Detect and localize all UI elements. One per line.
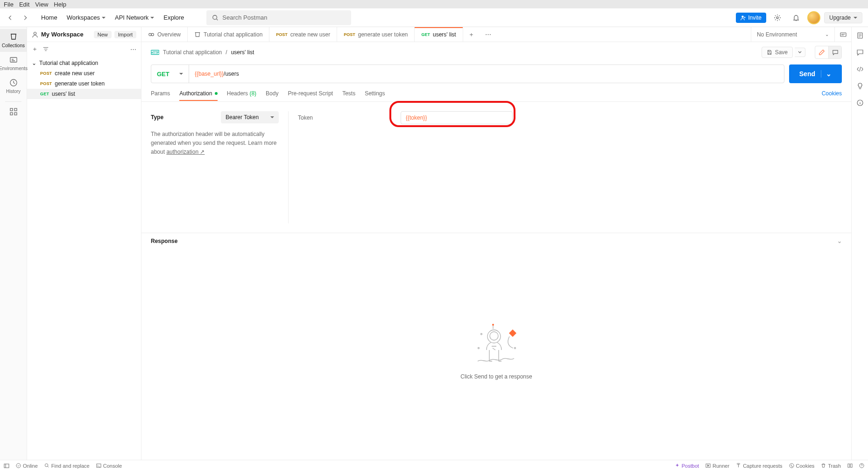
send-button[interactable]: Send ⌄ [789, 64, 842, 83]
svg-point-17 [492, 324, 494, 326]
invite-button[interactable]: Invite [736, 13, 766, 23]
tab-prerequest[interactable]: Pre-request Script [288, 90, 333, 97]
environment-selector[interactable]: No Environment ⌄ [751, 27, 834, 42]
collection-folder[interactable]: ⌄ Tutorial chat application [27, 58, 141, 68]
svg-text:HTTP: HTTP [151, 51, 159, 54]
collection-more-button[interactable]: ⋯ [130, 46, 136, 53]
status-bar: Online Find and replace Console Postbot … [0, 460, 868, 471]
rail-history[interactable]: History [0, 75, 27, 98]
new-button[interactable]: New [94, 31, 112, 38]
notifications-button[interactable] [789, 10, 804, 25]
save-dropdown[interactable] [795, 48, 805, 57]
upgrade-button[interactable]: Upgrade [824, 12, 862, 23]
console-icon [96, 463, 101, 468]
auth-type-label: Type [151, 114, 221, 121]
url-input[interactable]: {{base_url}}/users [189, 65, 784, 83]
comments-icon[interactable] [856, 49, 864, 56]
response-collapse-icon[interactable]: ⌄ [837, 238, 842, 244]
trash-icon [821, 463, 826, 468]
user-avatar[interactable] [807, 11, 820, 24]
request-item-users-list[interactable]: GET users' list [27, 89, 141, 99]
tab-headers[interactable]: Headers (8) [227, 90, 256, 97]
menu-file[interactable]: File [4, 1, 14, 8]
edit-button[interactable] [815, 46, 828, 58]
token-input[interactable] [401, 111, 513, 124]
environments-icon [9, 56, 18, 64]
status-runner[interactable]: Runner [706, 463, 729, 469]
overview-icon [148, 31, 155, 38]
menu-edit[interactable]: Edit [19, 1, 29, 8]
status-find-replace[interactable]: Find and replace [44, 463, 90, 469]
status-postbot[interactable]: Postbot [675, 463, 699, 469]
response-empty-text: Click Send to get a response [460, 373, 532, 380]
request-url-bar: GET {{base_url}}/users [151, 64, 784, 83]
sidebar-rail: Collections Environments History [0, 27, 27, 460]
docs-icon[interactable] [856, 32, 864, 39]
auth-learn-more-link[interactable]: authorization ↗ [166, 149, 205, 155]
auth-type-selector[interactable]: Bearer Token [221, 111, 279, 123]
menu-help[interactable]: Help [54, 1, 66, 8]
tab-overview[interactable]: Overview [141, 27, 188, 42]
svg-point-29 [790, 465, 791, 465]
environment-quicklook-button[interactable] [834, 27, 851, 42]
comments-button[interactable] [828, 46, 841, 58]
tab-settings[interactable]: Settings [365, 90, 385, 97]
lightbulb-icon[interactable] [856, 82, 864, 90]
nav-explore[interactable]: Explore [160, 11, 188, 24]
status-trash[interactable]: Trash [821, 463, 841, 469]
app-header: Home Workspaces API Network Explore Sear… [0, 8, 868, 27]
tab-collection[interactable]: Tutorial chat application [188, 27, 269, 42]
code-icon[interactable] [856, 65, 864, 73]
nav-api-network[interactable]: API Network [111, 11, 158, 24]
rail-environments[interactable]: Environments [0, 52, 27, 75]
nav-forward-button[interactable] [19, 11, 32, 24]
nav-workspaces[interactable]: Workspaces [63, 11, 109, 24]
status-capture[interactable]: Capture requests [736, 463, 782, 469]
tab-tests[interactable]: Tests [342, 90, 355, 97]
collections-tree: ⌄ Tutorial chat application POST create … [27, 56, 141, 101]
breadcrumb-parent[interactable]: Tutorial chat application [163, 49, 222, 56]
panel-icon [4, 463, 9, 469]
tab-generate-token[interactable]: POST generate user token [337, 27, 415, 42]
tab-authorization[interactable]: Authorization [179, 90, 217, 97]
tab-users-list[interactable]: GET users' list [415, 27, 463, 42]
info-icon[interactable] [856, 99, 864, 107]
cookies-link[interactable]: Cookies [822, 90, 842, 97]
method-selector[interactable]: GET [151, 65, 189, 83]
svg-rect-8 [14, 113, 17, 115]
menu-view[interactable]: View [35, 1, 48, 8]
chevron-down-icon: ⌄ [821, 70, 832, 78]
svg-point-10 [149, 33, 151, 36]
configure-rail-icon[interactable] [9, 107, 18, 116]
global-search[interactable]: Search Postman [206, 10, 351, 25]
status-cookies[interactable]: Cookies [789, 463, 815, 469]
save-button[interactable]: Save [762, 47, 793, 58]
tabs-more-button[interactable]: ⋯ [480, 27, 497, 42]
status-online[interactable]: Online [16, 463, 38, 469]
filter-icon[interactable] [42, 46, 49, 52]
antenna-icon [736, 463, 741, 468]
tab-body[interactable]: Body [266, 90, 278, 97]
status-layout[interactable] [847, 463, 853, 468]
svg-point-20 [515, 347, 516, 349]
add-collection-button[interactable]: ＋ [32, 45, 38, 53]
status-console[interactable]: Console [96, 463, 122, 469]
import-button[interactable]: Import [114, 31, 136, 38]
new-tab-button[interactable]: ＋ [463, 27, 480, 42]
svg-rect-31 [848, 464, 850, 467]
status-help[interactable] [859, 463, 864, 468]
svg-rect-6 [14, 108, 17, 111]
tab-create-user[interactable]: POST create new user [269, 27, 337, 42]
breadcrumb-current: users' list [231, 49, 254, 56]
request-item-generate-token[interactable]: POST generate user token [27, 78, 141, 89]
tab-params[interactable]: Params [151, 90, 170, 97]
nav-home[interactable]: Home [37, 11, 61, 24]
play-icon [706, 463, 711, 468]
rail-collections[interactable]: Collections [0, 29, 27, 52]
status-dot-icon [215, 92, 218, 95]
main-panel: Overview Tutorial chat application POST … [141, 27, 851, 460]
nav-back-button[interactable] [4, 11, 17, 24]
settings-button[interactable] [770, 10, 785, 25]
request-item-create-user[interactable]: POST create new user [27, 68, 141, 78]
sidebar-toggle[interactable] [4, 463, 9, 469]
